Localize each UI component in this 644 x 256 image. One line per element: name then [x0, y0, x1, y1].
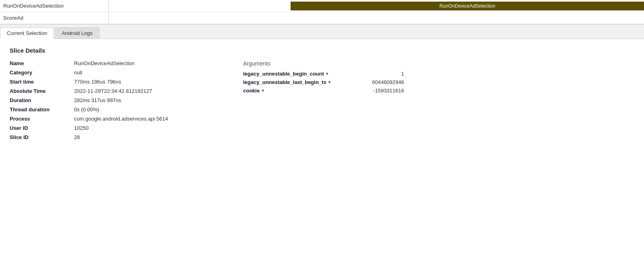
details-container: Name RunOnDeviceAdSelection Category nul…	[10, 60, 634, 143]
arg-row-2: cookie ▼ -1593311616	[243, 88, 404, 94]
label-name: Name	[10, 60, 74, 66]
arg-key-text-2: cookie	[243, 88, 260, 94]
value-slice-id: 28	[74, 134, 80, 140]
value-process: com.google.android.adservices.api 5614	[74, 116, 168, 122]
label-user-id: User ID	[10, 125, 74, 131]
timeline-label-2: ScoreAd	[0, 12, 109, 24]
value-thread-duration: 0s (0.00%)	[74, 106, 99, 113]
arg-key-text-1: legacy_unnestable_last_begin_ts	[243, 79, 326, 85]
timeline-track-2[interactable]	[109, 12, 644, 24]
value-duration: 282ms 317us 997ns	[74, 97, 121, 103]
timeline-row-2: ScoreAd	[0, 12, 644, 24]
arg-arrow-2: ▼	[261, 88, 265, 93]
detail-row-process: Process com.google.android.adservices.ap…	[10, 116, 211, 122]
label-start-time: Start time	[10, 79, 74, 85]
detail-row-start-time: Start time 770ms 196us 796ns	[10, 79, 211, 85]
value-name: RunOnDeviceAdSelection	[74, 60, 134, 66]
label-category: Category	[10, 70, 74, 76]
arg-row-inner-1: legacy_unnestable_last_begin_ts ▼ 604460…	[243, 79, 404, 85]
label-slice-id: Slice ID	[10, 134, 74, 140]
arg-row-inner-2: cookie ▼ -1593311616	[243, 88, 404, 94]
value-category: null	[74, 70, 82, 76]
detail-row-category: Category null	[10, 70, 211, 76]
arg-row-1: legacy_unnestable_last_begin_ts ▼ 604460…	[243, 79, 404, 85]
details-left: Name RunOnDeviceAdSelection Category nul…	[10, 60, 211, 143]
timeline-row: RunOnDeviceAdSelection RunOnDeviceAdSele…	[0, 0, 644, 12]
value-start-time: 770ms 196us 796ns	[74, 79, 121, 85]
tab-android-logs[interactable]: Android Logs	[55, 27, 99, 39]
arg-arrow-0: ▼	[325, 72, 329, 76]
tab-current-selection[interactable]: Current Selection	[0, 27, 54, 39]
detail-row-absolute-time: Absolute Time 2022-11-29T22:34:42.812192…	[10, 88, 211, 94]
tabs-bar: Current Selection Android Logs	[0, 25, 644, 39]
section-title: Slice Details	[10, 47, 634, 54]
timeline-area: RunOnDeviceAdSelection RunOnDeviceAdSele…	[0, 0, 644, 25]
arguments-section: Arguments legacy_unnestable_begin_count …	[243, 60, 404, 143]
label-thread-duration: Thread duration	[10, 106, 74, 113]
value-user-id: 10250	[74, 125, 89, 131]
label-absolute-time: Absolute Time	[10, 88, 74, 94]
arg-value-1: 60446092946	[364, 79, 404, 85]
detail-row-user-id: User ID 10250	[10, 125, 211, 131]
arg-key-0[interactable]: legacy_unnestable_begin_count ▼	[243, 71, 329, 77]
arg-key-2[interactable]: cookie ▼	[243, 88, 265, 94]
timeline-label-1: RunOnDeviceAdSelection	[0, 0, 109, 12]
content-panel: Slice Details Name RunOnDeviceAdSelectio…	[0, 39, 644, 152]
arg-arrow-1: ▼	[328, 80, 332, 84]
timeline-block-1[interactable]: RunOnDeviceAdSelection	[291, 2, 644, 10]
detail-row-thread-duration: Thread duration 0s (0.00%)	[10, 106, 211, 113]
label-process: Process	[10, 116, 74, 122]
arg-row-inner-0: legacy_unnestable_begin_count ▼ 1	[243, 71, 404, 77]
label-duration: Duration	[10, 97, 74, 103]
arg-value-2: -1593311616	[365, 88, 404, 94]
detail-row-duration: Duration 282ms 317us 997ns	[10, 97, 211, 103]
arg-key-1[interactable]: legacy_unnestable_last_begin_ts ▼	[243, 79, 332, 85]
detail-row-slice-id: Slice ID 28	[10, 134, 211, 140]
arg-key-text-0: legacy_unnestable_begin_count	[243, 71, 324, 77]
value-absolute-time: 2022-11-29T22:34:42.812192127	[74, 88, 152, 94]
arg-row-0: legacy_unnestable_begin_count ▼ 1	[243, 71, 404, 77]
timeline-track-1[interactable]: RunOnDeviceAdSelection	[109, 0, 644, 12]
arguments-title: Arguments	[243, 60, 404, 67]
detail-row-name: Name RunOnDeviceAdSelection	[10, 60, 211, 66]
arg-value-0: 1	[393, 71, 404, 77]
